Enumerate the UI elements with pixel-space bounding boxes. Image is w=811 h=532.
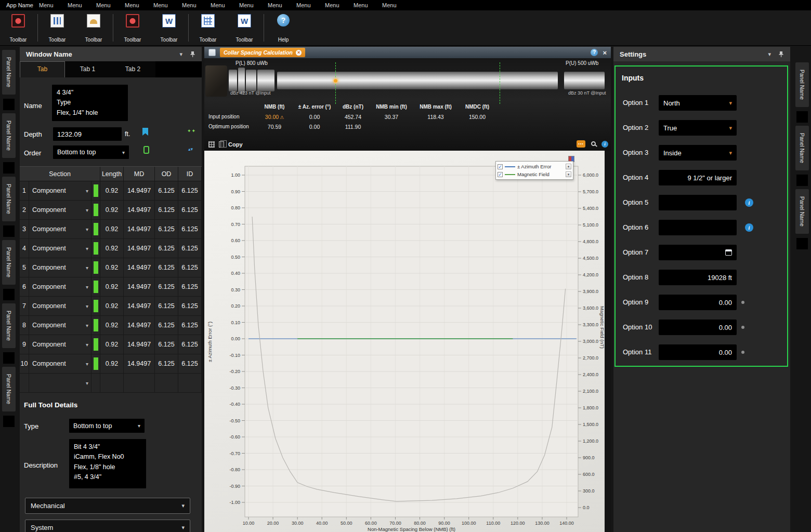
close-tab-icon[interactable]: × [296,50,302,56]
menu-item[interactable]: Menu [39,2,68,8]
section-dropdown[interactable]: Component▾ [29,335,91,354]
toolbar-button-word[interactable]: WToolbar [226,10,263,45]
info-icon[interactable]: i [601,141,608,148]
input-option-11[interactable]: 0.00 [659,344,737,360]
section-dropdown[interactable]: Component▾ [29,258,91,277]
pin-icon[interactable] [778,51,784,58]
grid-icon[interactable] [208,141,215,148]
panel-tab-box[interactable] [796,111,808,123]
input-option-4[interactable]: 9 1/2" or larger [659,170,737,185]
menu-item[interactable]: Menu [182,2,211,8]
sort-arrows-icon[interactable]: ▴▾ [188,147,193,152]
legend-item[interactable]: ✓± Azimuth Error▾ [498,163,571,170]
zoom-icon[interactable] [591,141,596,146]
chevron-down-icon[interactable]: ▾ [566,171,571,177]
dropdown-option-1[interactable]: North▾ [659,95,737,111]
menu-item[interactable]: Menu [96,2,125,8]
panel-tab[interactable]: Panel Name [2,177,16,221]
chevron-down-icon[interactable]: ▾ [566,164,571,169]
panel-tab[interactable]: Panel Name [2,50,16,95]
dropdown-option-2[interactable]: True▾ [659,120,737,136]
panel-tab[interactable]: Panel Name [2,113,16,158]
legend-item[interactable]: ✓Magnetic Field▾ [498,170,571,178]
section-dropdown[interactable]: Component▾ [29,220,91,238]
menu-item[interactable]: Menu [153,2,182,8]
copy-button[interactable]: Copy [228,141,243,148]
section-dropdown[interactable]: Component▾ [29,239,91,258]
toolbar-button-columns[interactable]: Toolbar [39,10,75,45]
dropdown-option-3[interactable]: Inside▾ [659,145,737,161]
order-dropdown[interactable]: Bottom to top ▾ [53,145,129,159]
calendar-icon[interactable] [725,249,732,256]
panel-tab[interactable]: Panel Name [2,240,16,285]
section-dropdown[interactable]: Component▾ [29,316,91,335]
depth-input[interactable]: 1232.09 [53,127,122,141]
panel-tab-box[interactable] [3,225,15,237]
info-icon[interactable]: i [745,198,753,207]
panel-tab-box[interactable] [3,162,15,174]
input-option-9[interactable]: 0.00 [659,295,737,310]
input-option-5[interactable] [659,195,737,210]
menu-item[interactable]: Menu [239,2,268,8]
panel-tab-box[interactable] [3,289,15,300]
panel-tab[interactable]: Panel Name [795,189,809,234]
help-icon[interactable]: ? [591,49,598,56]
toolbar-button-help[interactable]: ?Help [265,10,302,45]
panel-tab[interactable]: Panel Name [2,367,16,411]
menu-item[interactable]: Menu [325,2,354,8]
device-icon[interactable] [143,146,149,154]
section-dropdown[interactable]: ▾ [29,374,91,392]
system-dropdown[interactable]: System ▾ [25,520,190,532]
toolbar-button-dome[interactable]: Toolbar [75,10,112,45]
tab-tab[interactable]: Tab [20,61,65,77]
name-field[interactable]: 4 3/4" Type Flex, 1/4" hole [52,85,128,121]
tab-tab-1[interactable]: Tab 1 [65,61,110,77]
menu-item[interactable]: Menu [125,2,153,8]
menu-item[interactable]: Menu [382,2,411,8]
section-dropdown[interactable]: Component▾ [29,277,91,296]
input-option-10[interactable]: 0.00 [659,320,737,335]
panel-tab[interactable]: Panel Name [795,62,809,107]
pin-icon[interactable] [190,51,195,58]
panel-tab-box[interactable] [3,352,15,364]
input-option-8[interactable]: 19028 ft [659,270,737,285]
mechanical-dropdown[interactable]: Mechanical ▾ [25,498,190,514]
section-dropdown[interactable]: Component▾ [29,354,91,373]
menu-item[interactable]: Menu [354,2,382,8]
panel-tab-box[interactable] [3,416,15,427]
copy-icon[interactable] [219,141,224,148]
input-option-7[interactable] [659,245,737,260]
comment-icon[interactable]: ••• [577,140,585,148]
menu-item[interactable]: Menu [268,2,296,8]
info-icon[interactable]: i [745,223,753,232]
panel-tab-box[interactable] [796,238,808,249]
bookmark-icon[interactable] [142,128,148,136]
type-dropdown[interactable]: Bottom to top ▾ [69,419,145,433]
toolbar-button-word[interactable]: WToolbar [151,10,187,45]
toolbar-button-grid[interactable]: Toolbar [190,10,226,45]
tab-tab-2[interactable]: Tab 2 [110,61,155,77]
chevron-down-icon[interactable]: ▾ [179,51,182,58]
menu-item[interactable]: Menu [211,2,239,8]
panel-tab-box[interactable] [3,99,15,110]
menu-item[interactable]: Menu [68,2,96,8]
toolbar-button-app-red[interactable]: Toolbar [0,10,36,45]
panel-tab[interactable]: Panel Name [795,126,809,170]
toolbar-button-app-red[interactable]: Toolbar [114,10,151,45]
section-dropdown[interactable]: Component▾ [29,181,91,200]
document-tab[interactable]: Collar Spacing Calculation × [220,48,305,57]
checkbox-icon[interactable]: ✓ [498,172,503,177]
section-dropdown[interactable]: Component▾ [29,297,91,315]
checkbox-icon[interactable]: ✓ [498,164,503,169]
close-icon[interactable]: × [603,49,607,57]
section-dropdown[interactable]: Component▾ [29,201,91,219]
description-field[interactable]: Bit 4 3/4" iCamm, Flex No0 Flex, 1/8" ho… [69,439,146,488]
cell-id: 6.125 [178,181,202,200]
panel-tab[interactable]: Panel Name [2,303,16,348]
chevron-down-icon[interactable]: ▾ [768,51,771,58]
menu-item[interactable]: Menu [296,2,325,8]
panel-tab-box[interactable] [796,175,808,186]
sensor-marker-icon[interactable] [333,78,338,83]
input-option-6[interactable] [659,220,737,235]
cell-od: 6.125 [155,258,178,277]
